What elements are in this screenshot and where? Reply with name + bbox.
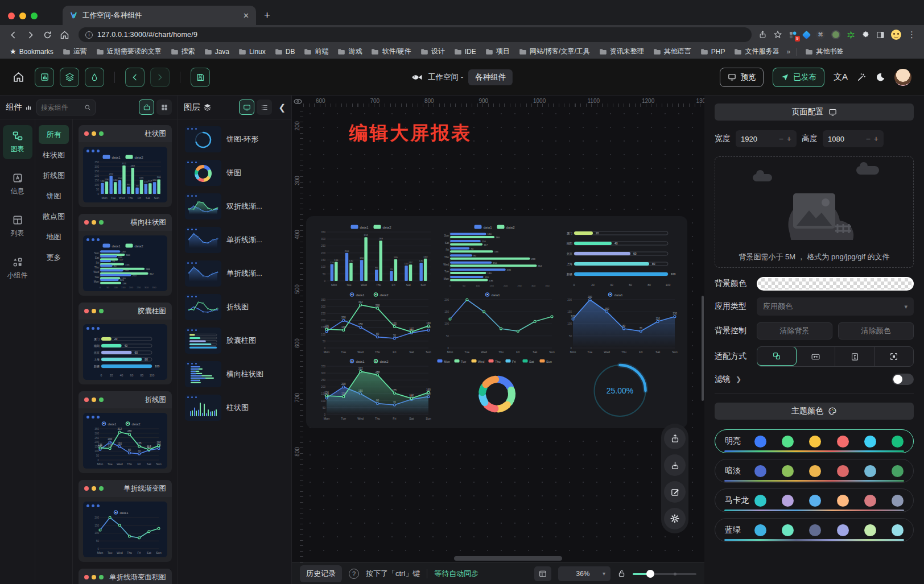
fit-height-button[interactable] — [835, 347, 874, 366]
profile-avatar-icon[interactable] — [891, 30, 901, 40]
sidebar-item-widgets[interactable]: 小组件 — [3, 251, 32, 285]
width-plus-icon[interactable]: + — [787, 134, 791, 143]
component-card-garea[interactable]: 单折线渐变面积图050100150200data1120200150807011… — [79, 569, 172, 584]
layer-thumbnail-view-button[interactable] — [239, 100, 254, 115]
minimize-window-button[interactable] — [19, 13, 26, 19]
single-line-chart-component[interactable]: 050100150200data1MonTueWedThuFriSatSun — [436, 290, 558, 355]
category-item[interactable]: 所有 — [39, 125, 69, 144]
reload-icon[interactable] — [40, 27, 55, 42]
component-card-gline[interactable]: 单折线渐变图050100150200data1MonTueWedThuFriSa… — [79, 480, 172, 562]
pie-chart-component[interactable]: MonTueWedThuFriSatSun — [436, 357, 558, 421]
horizontal-scrollbar[interactable] — [454, 556, 562, 561]
bookmark-folder[interactable]: 游戏 — [335, 45, 365, 57]
layer-item[interactable]: 单折线渐... — [183, 225, 287, 255]
background-upload-dropzone[interactable]: 背景图需小于 5M ， 格式为 png/jpg/gif 的文件 — [715, 156, 914, 268]
browser-menu-icon[interactable]: ⋮ — [908, 30, 916, 40]
dark-mode-moon-icon[interactable] — [876, 72, 885, 82]
big-screen-title-text[interactable]: 编辑大屏报表 — [349, 121, 472, 146]
bookmark-folder[interactable]: 文件服务器 — [731, 45, 782, 57]
bookmark-folder[interactable]: 网站/博客/文章/工具 — [516, 45, 593, 57]
zoom-slider[interactable] — [633, 570, 696, 578]
address-bar[interactable]: i 127.0.0.1:3000/#/chart/home/9 — [79, 27, 752, 42]
bookmark-folder[interactable]: 项目 — [482, 45, 513, 57]
lock-icon[interactable] — [617, 569, 626, 578]
search-input[interactable] — [41, 103, 82, 111]
layer-item[interactable]: 胶囊柱图 — [183, 326, 287, 355]
site-info-icon[interactable]: i — [85, 31, 93, 39]
component-card-line[interactable]: 折线图050100150200250300350data1data2120200… — [79, 391, 172, 473]
new-tab-button[interactable]: + — [264, 9, 270, 22]
theme-row-蓝绿[interactable]: 蓝绿 — [715, 518, 914, 542]
extensions-puzzle-icon[interactable] — [861, 31, 870, 39]
layer-item[interactable]: 饼图 — [183, 158, 287, 188]
green-circle-extension-icon[interactable] — [831, 30, 840, 39]
window-controls[interactable] — [0, 13, 46, 25]
maximize-window-button[interactable] — [31, 13, 38, 19]
home-icon[interactable] — [57, 27, 72, 42]
collapse-panel-icon[interactable]: ❮ — [278, 102, 286, 113]
bookmark-folder[interactable]: 搜索 — [168, 45, 198, 57]
chevron-right-icon[interactable]: ❯ — [736, 375, 741, 383]
filter-toggle[interactable] — [892, 374, 914, 385]
background-color-swatch[interactable] — [757, 277, 914, 291]
fit-full-button[interactable] — [874, 347, 913, 366]
height-value[interactable]: 1080 — [828, 135, 863, 143]
bookmark-folder[interactable]: 软件/硬件 — [368, 45, 414, 57]
translate-icon[interactable]: 文A — [834, 72, 848, 82]
vertical-scrollbar[interactable] — [702, 296, 704, 401]
layer-item[interactable]: 饼图-环形 — [183, 125, 287, 154]
slider-knob[interactable] — [646, 570, 654, 578]
export-icon[interactable] — [664, 428, 686, 449]
bookmark-folder[interactable]: PHP — [698, 47, 728, 57]
category-item[interactable]: 地图 — [39, 227, 69, 246]
bookmark-folder[interactable]: 其他语言 — [650, 45, 694, 57]
dashboard-group[interactable]: 050100150200250300350data1data2120200150… — [306, 216, 687, 428]
clear-background-button[interactable]: 清除背景 — [757, 322, 832, 339]
magic-wand-icon[interactable] — [857, 72, 867, 82]
category-item[interactable]: 饼图 — [39, 187, 69, 205]
bookmark-folder[interactable]: Linux — [236, 47, 269, 57]
capsule-bar-chart-component[interactable]: 厦门20南阳40北京60上海80新疆100020406080100 — [559, 223, 680, 288]
forward-icon[interactable] — [23, 27, 38, 42]
category-item[interactable]: 散点图 — [39, 207, 69, 226]
component-card-hbar[interactable]: 横向柱状图data1data20501001502002503003501301… — [79, 214, 172, 296]
theme-color-header[interactable]: 主题颜色 — [715, 403, 914, 420]
component-card-bar[interactable]: 柱状图050100150200250300350data1data2120200… — [79, 125, 172, 207]
kite-extension-icon[interactable] — [803, 32, 810, 38]
width-value[interactable]: 1920 — [741, 135, 776, 143]
category-item[interactable]: 柱状图 — [39, 146, 69, 164]
layout-panel-icon[interactable] — [534, 566, 551, 581]
sidebar-icon[interactable] — [876, 31, 885, 39]
undo-button[interactable] — [125, 68, 145, 87]
page-config-header[interactable]: 页面配置 — [715, 103, 914, 121]
bookmark-folder[interactable]: 运营 — [60, 45, 90, 57]
gradient-line-chart-component[interactable]: 050100150200data11202001508070110130MonT… — [559, 290, 680, 355]
import-icon[interactable] — [664, 454, 686, 476]
horizontal-bar-chart-component[interactable]: data1data2050100150200250300350130160Sun… — [436, 223, 558, 288]
publish-button[interactable]: 已发布 — [773, 68, 824, 87]
line-chart-component[interactable]: 050100150200250300350data1data2120200150… — [313, 290, 434, 355]
category-item[interactable]: 折线图 — [39, 166, 69, 185]
fit-scale-button[interactable] — [757, 346, 797, 366]
workspace-name[interactable]: 各种组件 — [468, 69, 513, 85]
bookmark-folder[interactable]: IDE — [451, 47, 479, 57]
gear-icon[interactable] — [664, 508, 686, 529]
user-avatar[interactable] — [894, 69, 911, 86]
preview-button[interactable]: 预览 — [720, 68, 764, 87]
app-home-icon[interactable] — [13, 71, 24, 83]
layer-item[interactable]: 双折线渐... — [183, 192, 287, 221]
zoom-select[interactable]: 36% ▾ — [558, 566, 610, 581]
back-icon[interactable] — [6, 27, 20, 42]
bookmarks-overflow-chevron[interactable]: » — [785, 48, 791, 56]
bookmark-folder[interactable]: DB — [272, 47, 298, 57]
components-toggle-button[interactable] — [35, 68, 54, 87]
theme-row-马卡龙[interactable]: 马卡龙 — [715, 488, 914, 512]
bookmark-folder[interactable]: 设计 — [418, 45, 448, 57]
edit-icon[interactable] — [664, 481, 686, 503]
layer-item[interactable]: 横向柱状图 — [183, 359, 287, 389]
category-item[interactable]: 更多 — [39, 248, 69, 267]
component-box-view-button[interactable] — [139, 100, 154, 115]
share-icon[interactable] — [758, 30, 767, 39]
bookmark-folder[interactable]: 资讯未整理 — [596, 45, 647, 57]
browser-tab[interactable]: 工作空间-各种组件 ✕ — [63, 6, 256, 25]
